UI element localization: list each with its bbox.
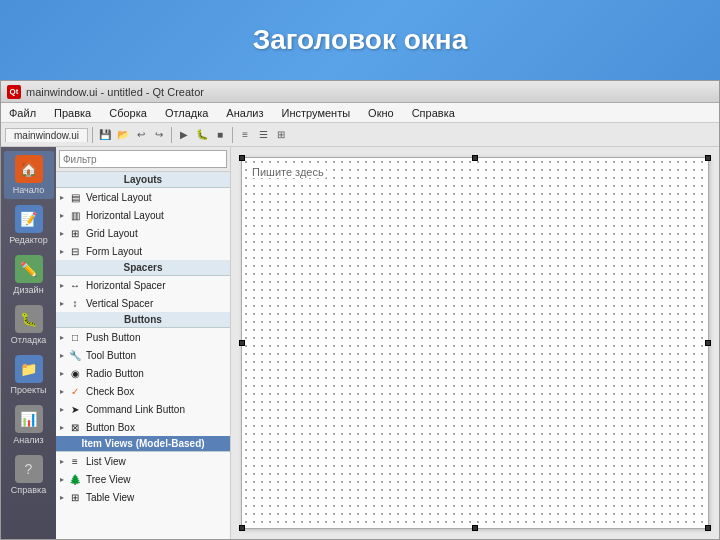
- toolbar-tab[interactable]: mainwindow.ui: [5, 128, 88, 142]
- canvas-placeholder-label: Пишите здесь: [250, 166, 326, 178]
- selection-handle-tl[interactable]: [239, 155, 245, 161]
- layouts-section-header: Layouts: [56, 172, 230, 188]
- list-item[interactable]: ▸ ▥ Horizontal Layout: [56, 206, 230, 224]
- widget-list: Layouts ▸ ▤ Vertical Layout ▸ ▥ Horizont…: [56, 172, 230, 539]
- list-item[interactable]: ▸ ↔ Horizontal Spacer: [56, 276, 230, 294]
- toolbar-stop-icon[interactable]: ■: [212, 127, 228, 143]
- analysis-icon: 📊: [15, 405, 43, 433]
- sidebar-item-analysis[interactable]: 📊 Анализ: [4, 401, 54, 449]
- list-item[interactable]: ▸ 🌲 Tree View: [56, 470, 230, 488]
- canvas-dotted-background: Пишите здесь: [242, 158, 708, 528]
- selection-handle-bc[interactable]: [472, 525, 478, 531]
- selection-handle-bl[interactable]: [239, 525, 245, 531]
- expand-arrow-icon: ▸: [60, 247, 64, 256]
- list-item[interactable]: ▸ 🔧 Tool Button: [56, 346, 230, 364]
- editor-icon: 📝: [15, 205, 43, 233]
- expand-arrow-icon: ▸: [60, 493, 64, 502]
- list-item[interactable]: ▸ ⊞ Table View: [56, 488, 230, 506]
- toolbar-open-icon[interactable]: 📂: [115, 127, 131, 143]
- debug-icon: 🐛: [15, 305, 43, 333]
- start-icon: 🏠: [15, 155, 43, 183]
- list-item[interactable]: ▸ ⊟ Form Layout: [56, 242, 230, 260]
- main-content: 🏠 Начало 📝 Редактор ✏️ Дизайн 🐛 Отладка …: [1, 147, 719, 539]
- expand-arrow-icon: ▸: [60, 281, 64, 290]
- widget-label: Table View: [86, 492, 134, 503]
- help-icon: ?: [15, 455, 43, 483]
- projects-icon: 📁: [15, 355, 43, 383]
- toolbar-align-center-icon[interactable]: ☰: [255, 127, 271, 143]
- menu-edit[interactable]: Правка: [50, 106, 95, 120]
- menu-build[interactable]: Сборка: [105, 106, 151, 120]
- selection-handle-tc[interactable]: [472, 155, 478, 161]
- toolbar-align-left-icon[interactable]: ≡: [237, 127, 253, 143]
- selection-handle-ml[interactable]: [239, 340, 245, 346]
- button-box-icon: ⊠: [68, 420, 82, 434]
- qt-logo: Qt: [7, 85, 21, 99]
- toolbar-save-icon[interactable]: 💾: [97, 127, 113, 143]
- vertical-spacer-icon: ↕: [68, 296, 82, 310]
- list-item[interactable]: ▸ ✓ Check Box: [56, 382, 230, 400]
- sidebar-item-debug[interactable]: 🐛 Отладка: [4, 301, 54, 349]
- widget-label: Command Link Button: [86, 404, 185, 415]
- sidebar-item-projects[interactable]: 📁 Проекты: [4, 351, 54, 399]
- toolbar-grid-icon[interactable]: ⊞: [273, 127, 289, 143]
- toolbar: mainwindow.ui 💾 📂 ↩ ↪ ▶ 🐛 ■ ≡ ☰ ⊞: [1, 123, 719, 147]
- design-canvas[interactable]: Пишите здесь: [231, 147, 719, 539]
- menu-file[interactable]: Файл: [5, 106, 40, 120]
- list-item[interactable]: ▸ ➤ Command Link Button: [56, 400, 230, 418]
- widget-label: Push Button: [86, 332, 140, 343]
- sidebar-item-editor[interactable]: 📝 Редактор: [4, 201, 54, 249]
- list-item[interactable]: ▸ ▤ Vertical Layout: [56, 188, 230, 206]
- sidebar-label-help: Справка: [11, 485, 46, 495]
- sidebar-item-help[interactable]: ? Справка: [4, 451, 54, 499]
- list-item[interactable]: ▸ □ Push Button: [56, 328, 230, 346]
- sidebar-label-start: Начало: [13, 185, 44, 195]
- page-title: Заголовок окна: [253, 24, 468, 56]
- list-item[interactable]: ▸ ↕ Vertical Spacer: [56, 294, 230, 312]
- list-item[interactable]: ▸ ⊞ Grid Layout: [56, 224, 230, 242]
- menu-analyze[interactable]: Анализ: [222, 106, 267, 120]
- sidebar-label-debug: Отладка: [11, 335, 47, 345]
- sidebar-nav: 🏠 Начало 📝 Редактор ✏️ Дизайн 🐛 Отладка …: [1, 147, 56, 539]
- selection-handle-br[interactable]: [705, 525, 711, 531]
- tree-view-icon: 🌲: [68, 472, 82, 486]
- sidebar-item-design[interactable]: ✏️ Дизайн: [4, 251, 54, 299]
- expand-arrow-icon: ▸: [60, 457, 64, 466]
- expand-arrow-icon: ▸: [60, 351, 64, 360]
- filter-bar: [56, 147, 230, 172]
- window-titlebar: Qt mainwindow.ui - untitled - Qt Creator: [1, 81, 719, 103]
- menu-help[interactable]: Справка: [408, 106, 459, 120]
- widget-label: Horizontal Spacer: [86, 280, 165, 291]
- menu-window[interactable]: Окно: [364, 106, 398, 120]
- toolbar-undo-icon[interactable]: ↩: [133, 127, 149, 143]
- command-link-icon: ➤: [68, 402, 82, 416]
- list-item[interactable]: ▸ ≡ List View: [56, 452, 230, 470]
- form-layout-icon: ⊟: [68, 244, 82, 258]
- menu-debug[interactable]: Отладка: [161, 106, 212, 120]
- sidebar-item-start[interactable]: 🏠 Начало: [4, 151, 54, 199]
- widget-label: Radio Button: [86, 368, 144, 379]
- widget-label: Vertical Spacer: [86, 298, 153, 309]
- radio-button-icon: ◉: [68, 366, 82, 380]
- toolbar-run-icon[interactable]: ▶: [176, 127, 192, 143]
- expand-arrow-icon: ▸: [60, 229, 64, 238]
- expand-arrow-icon: ▸: [60, 193, 64, 202]
- widget-label: Grid Layout: [86, 228, 138, 239]
- menu-tools[interactable]: Инструменты: [278, 106, 355, 120]
- widget-label: List View: [86, 456, 126, 467]
- toolbar-redo-icon[interactable]: ↪: [151, 127, 167, 143]
- check-box-icon: ✓: [68, 384, 82, 398]
- expand-arrow-icon: ▸: [60, 387, 64, 396]
- toolbar-separator-2: [171, 127, 172, 143]
- widget-label: Tool Button: [86, 350, 136, 361]
- design-icon: ✏️: [15, 255, 43, 283]
- selection-handle-mr[interactable]: [705, 340, 711, 346]
- toolbar-debug-icon[interactable]: 🐛: [194, 127, 210, 143]
- selection-handle-tr[interactable]: [705, 155, 711, 161]
- filter-input[interactable]: [59, 150, 227, 168]
- expand-arrow-icon: ▸: [60, 423, 64, 432]
- tool-button-icon: 🔧: [68, 348, 82, 362]
- item-views-section-header: Item Views (Model-Based): [56, 436, 230, 452]
- list-item[interactable]: ▸ ◉ Radio Button: [56, 364, 230, 382]
- list-item[interactable]: ▸ ⊠ Button Box: [56, 418, 230, 436]
